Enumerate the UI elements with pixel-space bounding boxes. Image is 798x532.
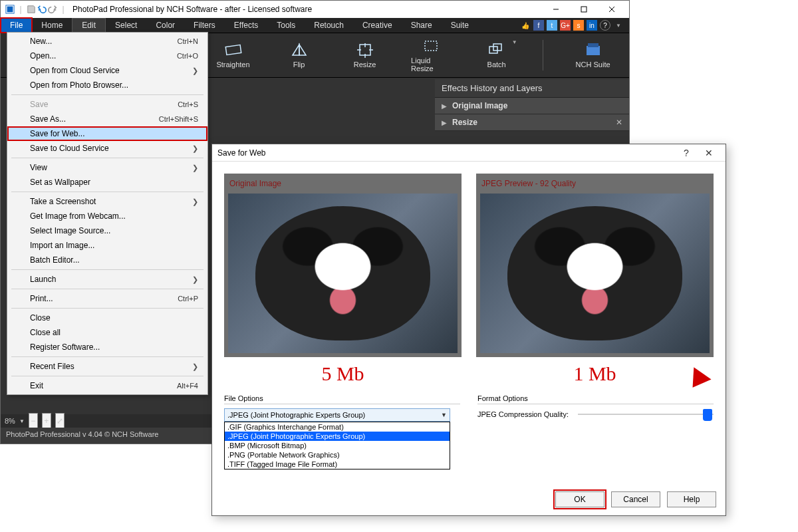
menu-item-label: Print... [30, 294, 53, 303]
menu-item-shortcut: Ctrl+N [178, 37, 198, 45]
menu-item[interactable]: Recent Files❯ [7, 359, 207, 374]
effects-panel-title: Effects History and Layers [435, 79, 629, 98]
quality-slider[interactable] [578, 408, 714, 420]
menu-share[interactable]: Share [402, 18, 442, 33]
tool-resize[interactable]: Resize [345, 42, 384, 68]
thumbs-up-icon[interactable]: 👍 [520, 20, 531, 31]
menu-item[interactable]: Close [7, 311, 207, 325]
undo-icon[interactable] [37, 4, 47, 15]
tool-batch[interactable]: ▼ Batch [477, 42, 516, 68]
menu-item-label: Close [30, 313, 51, 323]
menu-retouch[interactable]: Retouch [305, 18, 353, 33]
maximize-button[interactable] [571, 2, 597, 17]
menu-effects[interactable]: Effects [225, 18, 267, 33]
file-format-combo[interactable]: .JPEG (Joint Photographic Experts Group)… [224, 408, 450, 422]
menu-item-label: Import an Image... [30, 241, 94, 250]
save-icon[interactable] [26, 4, 37, 15]
ok-button[interactable]: OK [555, 491, 604, 507]
dialog-help-button[interactable]: ? [675, 148, 698, 158]
nch-suite-icon [584, 42, 602, 58]
effects-panel: Effects History and Layers ▶ Original Im… [435, 79, 629, 131]
dialog-close-button[interactable]: ✕ [698, 148, 720, 158]
menu-item[interactable]: Print...Ctrl+P [7, 291, 207, 306]
format-option[interactable]: .GIF (Graphics Interchange Format) [225, 422, 450, 432]
menu-tools[interactable]: Tools [267, 18, 305, 33]
preview-original: Original Image 5 Mb [224, 174, 462, 386]
menu-item[interactable]: Open from Photo Browser... [7, 78, 207, 92]
menu-color[interactable]: Color [146, 18, 184, 33]
menu-item[interactable]: Save As...Ctrl+Shift+S [7, 112, 207, 126]
menu-item-label: Save [30, 100, 48, 109]
zoom-fit-button[interactable]: ⤢ [55, 413, 65, 429]
googleplus-icon[interactable]: G+ [560, 20, 571, 31]
menu-item[interactable]: Get Image from Webcam... [7, 209, 207, 223]
menu-item[interactable]: Save for Web... [7, 126, 207, 141]
zoom-in-button[interactable]: + [42, 413, 51, 429]
format-option[interactable]: .BMP (Microsoft Bitmap) [225, 441, 450, 450]
resize-icon [356, 42, 374, 58]
zoom-out-button[interactable]: − [29, 413, 38, 429]
preview-jpeg: JPEG Preview - 92 Quality 1 Mb [476, 174, 714, 386]
menu-item-shortcut: Alt+F4 [177, 382, 198, 390]
help-icon[interactable]: ? [600, 20, 610, 31]
menu-item[interactable]: Open...Ctrl+O [7, 49, 207, 63]
menu-item[interactable]: Set as Wallpaper [7, 175, 207, 190]
menu-item-label: Save to Cloud Service [30, 144, 109, 153]
twitter-icon[interactable]: t [547, 20, 557, 31]
tool-liquid-resize[interactable]: Liquid Resize [411, 38, 450, 72]
tool-nch-suite[interactable]: NCH Suite [570, 42, 616, 68]
chevron-down-icon[interactable]: ▼ [613, 20, 624, 31]
facebook-icon[interactable]: f [533, 20, 544, 31]
help-button[interactable]: Help [667, 491, 716, 507]
submenu-icon: ❯ [192, 164, 198, 172]
titlebar: | | PhotoPad Professional by NCH Softwar… [1, 1, 629, 18]
format-option[interactable]: .JPEG (Joint Photographic Experts Group) [225, 432, 450, 441]
menu-filters[interactable]: Filters [184, 18, 225, 33]
cancel-button[interactable]: Cancel [611, 491, 660, 507]
menu-item[interactable]: Close all [7, 325, 207, 340]
menu-item[interactable]: Import an Image... [7, 238, 207, 253]
linkedin-icon[interactable]: in [587, 20, 597, 31]
menu-item-shortcut: Ctrl+Shift+S [159, 115, 198, 123]
redo-icon[interactable] [47, 4, 58, 15]
chevron-down-icon[interactable]: ▼ [19, 418, 25, 424]
tool-label: NCH Suite [576, 61, 610, 68]
menu-item[interactable]: Save to Cloud Service❯ [7, 141, 207, 156]
chevron-down-icon[interactable]: ▼ [512, 39, 517, 45]
menu-separator [11, 376, 203, 376]
social-icons: 👍 f t G+ s in ? ▼ [520, 18, 629, 33]
minimize-button[interactable] [543, 2, 569, 17]
file-format-listbox[interactable]: .GIF (Graphics Interchange Format).JPEG … [224, 422, 450, 469]
menu-item[interactable]: Take a Screenshot❯ [7, 194, 207, 209]
menu-item[interactable]: New...Ctrl+N [7, 34, 207, 49]
menu-separator [11, 192, 203, 192]
menu-item[interactable]: Select Image Source... [7, 223, 207, 238]
tool-flip[interactable]: Flip [279, 42, 319, 68]
menu-home[interactable]: Home [32, 18, 72, 33]
menu-item[interactable]: Batch Editor... [7, 253, 207, 267]
menu-creative[interactable]: Creative [353, 18, 402, 33]
layer-row-original[interactable]: ▶ Original Image [435, 98, 629, 114]
close-icon[interactable]: ✕ [616, 118, 622, 127]
preview-original-label: Original Image [228, 178, 458, 194]
menu-select[interactable]: Select [106, 18, 146, 33]
menu-item[interactable]: ExitAlt+F4 [7, 378, 207, 393]
format-option[interactable]: .PNG (Portable Network Graphics) [225, 450, 450, 460]
menu-suite[interactable]: Suite [442, 18, 478, 33]
slider-thumb[interactable] [703, 409, 712, 421]
submenu-icon: ❯ [192, 275, 198, 284]
menu-item[interactable]: Launch❯ [7, 272, 207, 287]
layer-row-resize[interactable]: ▶ Resize ✕ [435, 114, 629, 131]
menu-edit[interactable]: Edit [72, 18, 106, 33]
stumble-icon[interactable]: s [573, 20, 584, 31]
menu-file[interactable]: File [1, 18, 32, 33]
close-button[interactable] [598, 2, 625, 17]
format-option[interactable]: .TIFF (Tagged Image File Format) [225, 460, 450, 469]
preview-jpeg-image [480, 194, 710, 353]
menu-item: SaveCtrl+S [7, 97, 207, 112]
menu-item[interactable]: Register Software... [7, 340, 207, 354]
menu-item[interactable]: Open from Cloud Service❯ [7, 63, 207, 78]
zoom-value: 8% [5, 417, 15, 425]
tool-straighten[interactable]: Straighten [213, 42, 253, 68]
menu-item[interactable]: View❯ [7, 160, 207, 175]
